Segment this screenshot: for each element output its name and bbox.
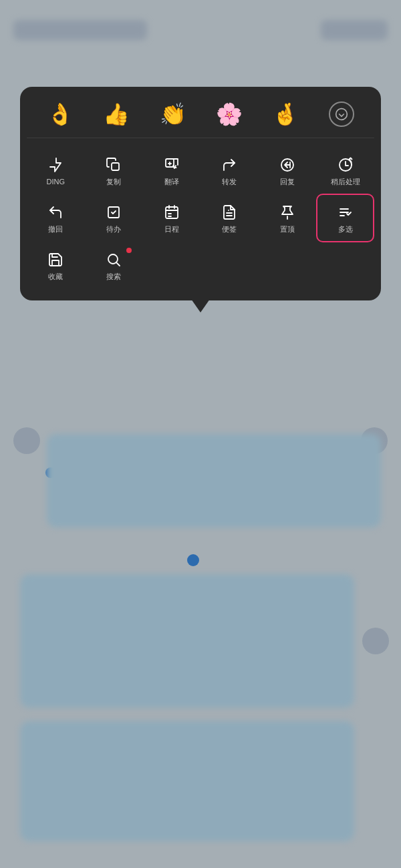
action-multiselect[interactable]: 多选 — [316, 194, 374, 242]
emoji-heart-fingers[interactable]: 🤞 — [272, 103, 299, 125]
svg-line-20 — [116, 262, 120, 266]
action-ding[interactable]: DING — [27, 148, 85, 194]
svg-rect-7 — [166, 207, 178, 218]
reply-icon — [279, 156, 295, 174]
action-later[interactable]: 稍后处理 — [316, 148, 374, 194]
emoji-flower[interactable]: 🌸 — [216, 103, 243, 125]
emoji-thumbsup[interactable]: 👍 — [103, 103, 130, 125]
search-badge — [126, 248, 132, 253]
svg-rect-1 — [112, 163, 119, 170]
todo-icon — [106, 203, 122, 222]
later-label: 稍后处理 — [331, 178, 360, 186]
action-search[interactable]: 搜索 — [85, 242, 143, 288]
action-todo[interactable]: 待办 — [85, 194, 143, 242]
forward-icon — [221, 156, 237, 174]
note-label: 便签 — [222, 226, 237, 233]
action-forward[interactable]: 转发 — [200, 148, 259, 194]
calendar-icon — [164, 203, 180, 222]
emoji-clap[interactable]: 👏 — [160, 103, 186, 125]
favorite-icon — [47, 250, 63, 269]
forward-label: 转发 — [222, 178, 237, 186]
multiselect-label: 多选 — [338, 226, 353, 233]
note-icon — [221, 203, 237, 222]
translate-icon — [164, 156, 180, 174]
action-translate[interactable]: 翻译 — [142, 148, 200, 194]
action-grid: DING 复制 翻译 — [27, 142, 374, 288]
favorite-label: 收藏 — [48, 273, 63, 280]
action-pin[interactable]: 置顶 — [259, 194, 317, 242]
action-reply[interactable]: 回复 — [259, 148, 317, 194]
undo-icon — [47, 203, 63, 222]
emoji-row: 👌 👍 👏 🌸 🤞 — [27, 99, 374, 138]
action-favorite[interactable]: 收藏 — [27, 242, 85, 288]
copy-icon — [106, 156, 122, 174]
action-copy[interactable]: 复制 — [85, 148, 143, 194]
search-icon — [106, 250, 122, 269]
ding-icon — [47, 156, 63, 174]
context-menu: 👌 👍 👏 🌸 🤞 DING — [20, 87, 381, 300]
calendar-label: 日程 — [164, 226, 179, 233]
reply-label: 回复 — [280, 178, 295, 186]
action-calendar[interactable]: 日程 — [142, 194, 200, 242]
undo-label: 撤回 — [48, 226, 63, 233]
emoji-more-button[interactable] — [329, 101, 354, 127]
pin-icon — [279, 203, 295, 222]
action-note[interactable]: 便签 — [200, 194, 259, 242]
pin-label: 置顶 — [280, 226, 295, 233]
translate-label: 翻译 — [164, 178, 179, 186]
copy-label: 复制 — [106, 178, 121, 186]
action-undo[interactable]: 撤回 — [27, 194, 85, 242]
svg-point-0 — [336, 109, 347, 120]
todo-label: 待办 — [106, 226, 121, 233]
emoji-ok[interactable]: 👌 — [47, 103, 74, 125]
search-label: 搜索 — [106, 273, 121, 280]
multiselect-icon — [338, 203, 354, 222]
ding-label: DING — [47, 178, 65, 186]
later-icon — [338, 156, 354, 174]
